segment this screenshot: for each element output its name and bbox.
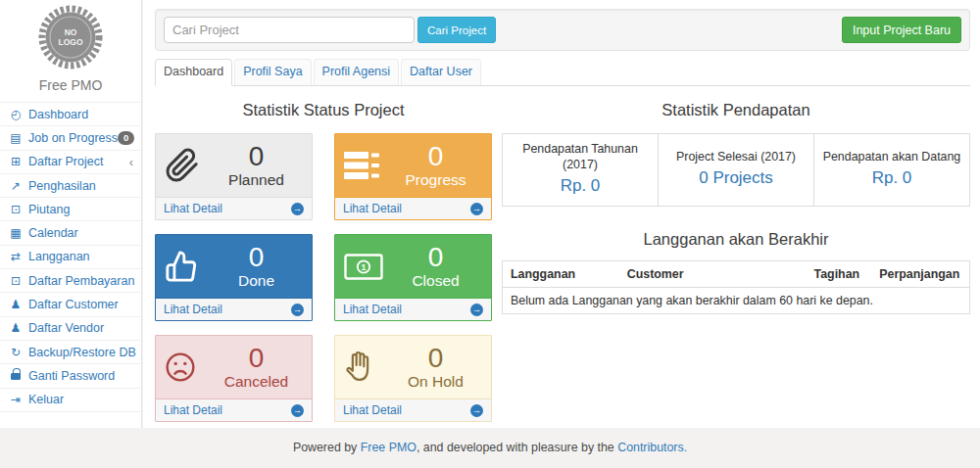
sidebar-item-daftar-project[interactable]: ⊞ Daftar Project ‹ — [0, 151, 141, 174]
tab-bar: Dashboard Profil Saya Profil Agensi Daft… — [155, 59, 970, 86]
income-table: Pendapatan Tahunan (2017) Rp. 0 Project … — [502, 133, 970, 207]
dashboard-icon: ◴ — [8, 108, 24, 121]
sidebar-item-keluar[interactable]: ⇥ Keluar — [0, 389, 141, 412]
subscription-section-title: Langganan akan Berakhir — [502, 224, 970, 249]
tab-daftar-user[interactable]: Daftar User — [401, 59, 481, 85]
search-toolbar: Cari Project Input Project Baru — [155, 9, 970, 51]
input-project-baru-button[interactable]: Input Project Baru — [842, 17, 961, 43]
search-input[interactable] — [164, 17, 415, 43]
frown-icon — [165, 351, 210, 383]
lihat-detail-link[interactable]: Lihat Detail → — [156, 298, 312, 320]
status-label: Closed — [389, 272, 482, 290]
main-content: Cari Project Input Project Baru Dashboar… — [143, 0, 980, 428]
sidebar-item-label: Daftar Pembayaran — [28, 274, 134, 288]
job-count-badge: 0 — [118, 131, 134, 145]
arrow-circle-right-icon: → — [470, 304, 483, 316]
sidebar-menu: ◴ Dashboard ▤ Job on Progress 0 ⊞ Daftar… — [0, 102, 141, 412]
status-count: 0 — [210, 344, 303, 373]
app-logo: NO LOGO — [0, 0, 141, 73]
subscription-table: Langganan Customer Tagihan Perpanjangan … — [502, 260, 970, 314]
sign-out-icon: ⇥ — [8, 393, 24, 406]
paperclip-icon — [165, 148, 210, 183]
income-cell: Project Selesai (2017) 0 Projects — [659, 134, 814, 207]
sidebar-item-penghasilan[interactable]: ↗ Penghasilan — [0, 174, 141, 198]
chevron-left-icon: ‹ — [129, 155, 133, 169]
status-cards-grid: 0 Planned Lihat Detail → — [155, 133, 492, 422]
tab-profil-saya[interactable]: Profil Saya — [234, 59, 311, 85]
refresh-icon: ↻ — [8, 346, 24, 359]
money-bill-icon: 1 — [344, 254, 389, 280]
column-header: Langganan — [503, 261, 619, 288]
income-cell: Pendapatan akan Datang Rp. 0 — [814, 134, 970, 207]
sidebar-item-label: Job on Progress — [28, 131, 118, 145]
status-count: 0 — [210, 243, 303, 272]
contributors-link[interactable]: Contributors. — [617, 441, 687, 454]
status-label: Planned — [210, 171, 303, 189]
free-pmo-link[interactable]: Free PMO — [361, 441, 416, 454]
status-card-planned: 0 Planned Lihat Detail → — [155, 133, 313, 220]
sidebar-item-label: Daftar Vendor — [28, 321, 104, 335]
status-count: 0 — [389, 243, 482, 272]
tab-dashboard[interactable]: Dashboard — [155, 59, 232, 86]
status-card-done: 0 Done Lihat Detail → — [155, 234, 313, 321]
status-label: Progress — [389, 171, 482, 189]
calendar-icon: ▦ — [8, 226, 24, 240]
money-icon: ⊡ — [8, 274, 24, 288]
sidebar-item-dashboard[interactable]: ◴ Dashboard — [0, 103, 141, 126]
sidebar-item-label: Daftar Customer — [28, 298, 119, 311]
arrow-circle-right-icon: → — [291, 404, 304, 417]
arrow-circle-right-icon: → — [470, 203, 483, 215]
sidebar-item-ganti-password[interactable]: Ganti Password — [0, 364, 141, 388]
lihat-detail-link[interactable]: Lihat Detail → — [156, 197, 312, 219]
status-label: Canceled — [210, 373, 303, 391]
sidebar-item-calendar[interactable]: ▦ Calendar — [0, 221, 141, 245]
status-card-closed: 1 0 Closed Lihat Detail → — [334, 234, 492, 321]
income-header: Pendapatan Tahunan (2017) — [507, 141, 654, 172]
status-count: 0 — [210, 142, 303, 171]
sidebar-item-label: Langganan — [28, 250, 90, 263]
no-logo-badge-icon: NO LOGO — [38, 5, 103, 70]
arrow-circle-right-icon: → — [291, 304, 304, 316]
sidebar-item-job-on-progress[interactable]: ▤ Job on Progress 0 — [0, 126, 141, 150]
sidebar-item-label: Ganti Password — [28, 369, 115, 383]
lihat-detail-link[interactable]: Lihat Detail → — [335, 398, 491, 421]
tab-profil-agensi[interactable]: Profil Agensi — [314, 59, 399, 85]
search-button[interactable]: Cari Project — [417, 17, 496, 43]
income-value: 0 Projects — [662, 166, 809, 190]
income-section: Statistik Pendapatan Pendapatan Tahunan … — [502, 95, 970, 314]
sidebar-item-daftar-customer[interactable]: ♟ Daftar Customer — [0, 293, 141, 316]
income-section-title: Statistik Pendapatan — [502, 95, 970, 119]
lihat-detail-link[interactable]: Lihat Detail → — [335, 298, 491, 320]
column-header: Customer — [619, 261, 807, 288]
status-card-on-hold: 0 On Hold Lihat Detail → — [334, 335, 492, 422]
sidebar-item-daftar-pembayaran[interactable]: ⊡ Daftar Pembayaran — [0, 269, 141, 293]
tasks-icon: ▤ — [8, 131, 24, 145]
sidebar-item-langganan[interactable]: ⇄ Langganan — [0, 246, 141, 269]
sidebar-item-label: Piutang — [28, 203, 70, 216]
income-cell: Pendapatan Tahunan (2017) Rp. 0 — [503, 134, 659, 207]
status-count: 0 — [389, 142, 482, 171]
income-value: Rp. 0 — [507, 174, 654, 198]
page-footer: Powered by Free PMO, and developed with … — [0, 428, 980, 468]
sidebar-item-label: Keluar — [28, 393, 64, 406]
footer-text: Powered by — [293, 441, 361, 454]
sidebar-item-piutang[interactable]: ⊡ Piutang — [0, 198, 141, 221]
lihat-detail-link[interactable]: Lihat Detail → — [335, 197, 491, 219]
footer-text: , and developed with pleasure by the — [416, 441, 617, 454]
brand-name: Free PMO — [0, 77, 141, 93]
lihat-detail-link[interactable]: Lihat Detail → — [156, 398, 312, 421]
sidebar-item-label: Backup/Restore DB — [28, 346, 136, 359]
sidebar-item-label: Calendar — [28, 226, 78, 240]
empty-message: Belum ada Langganan yang akan berakhir d… — [503, 288, 970, 314]
table-icon: ⊞ — [8, 155, 24, 168]
sidebar-item-daftar-vendor[interactable]: ♟ Daftar Vendor — [0, 317, 141, 341]
hand-paper-icon — [344, 350, 389, 385]
status-label: On Hold — [389, 373, 482, 391]
sidebar-item-backup-restore-db[interactable]: ↻ Backup/Restore DB — [0, 341, 141, 364]
arrow-circle-right-icon: → — [470, 404, 483, 417]
thumbs-up-icon — [165, 250, 210, 283]
tasks-icon — [344, 152, 389, 179]
svg-text:1: 1 — [361, 262, 366, 272]
sidebar: NO LOGO Free PMO ◴ Dashboard ▤ Job on Pr… — [0, 0, 142, 428]
status-card-progress: 0 Progress Lihat Detail → — [334, 133, 492, 220]
